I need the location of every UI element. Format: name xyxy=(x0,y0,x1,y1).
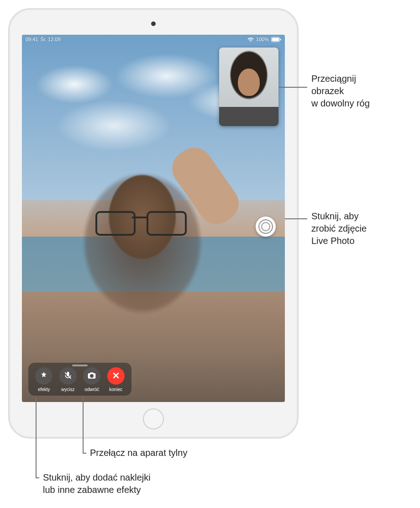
mute-button[interactable]: wycisz xyxy=(59,367,77,392)
svg-rect-2 xyxy=(280,38,281,40)
callout-line xyxy=(36,397,37,477)
callout-line xyxy=(36,477,39,478)
mic-mute-icon xyxy=(63,371,73,381)
end-call-button[interactable]: koniec xyxy=(107,367,125,392)
callout-line xyxy=(83,453,86,454)
status-date: Śr. 12.09 xyxy=(41,37,61,42)
device-camera-dot xyxy=(151,21,156,26)
live-photo-button[interactable] xyxy=(256,217,276,237)
callout-pip: Przeciągnij obrazek w dowolny róg xyxy=(311,73,370,110)
facetime-screen: 09:41 Śr. 12.09 100% xyxy=(22,35,285,402)
callout-line xyxy=(285,218,307,219)
callout-line xyxy=(279,87,307,88)
callout-flip: Przełącz na aparat tylny xyxy=(90,447,187,459)
panel-grabber[interactable] xyxy=(72,365,88,366)
status-bar: 09:41 Śr. 12.09 100% xyxy=(22,35,285,44)
remote-caller-glasses xyxy=(95,211,187,234)
self-view-pip[interactable] xyxy=(219,48,278,126)
callout-line xyxy=(83,397,84,453)
callout-effects: Stuknij, aby dodać naklejki lub inne zab… xyxy=(43,471,151,496)
mute-label: wycisz xyxy=(61,387,74,392)
star-effects-icon xyxy=(39,371,48,381)
ipad-device-frame: 09:41 Śr. 12.09 100% xyxy=(8,8,299,439)
wifi-icon xyxy=(247,37,254,42)
status-time: 09:41 xyxy=(26,37,38,42)
effects-label: efekty xyxy=(38,387,50,392)
callout-live-photo: Stuknij, aby zrobić zdjęcie Live Photo xyxy=(311,210,367,247)
end-label: koniec xyxy=(109,387,122,392)
flip-camera-button[interactable]: odwróć xyxy=(83,367,100,392)
battery-icon xyxy=(271,37,281,42)
home-button[interactable] xyxy=(143,408,164,429)
effects-button[interactable]: efekty xyxy=(35,367,52,392)
flip-label: odwróć xyxy=(84,387,99,392)
close-x-icon xyxy=(111,371,121,381)
svg-rect-1 xyxy=(272,38,279,41)
flip-camera-icon xyxy=(87,371,96,381)
call-controls-panel[interactable]: efekty wycisz odwróć xyxy=(28,363,131,396)
status-battery-pct: 100% xyxy=(256,37,269,42)
